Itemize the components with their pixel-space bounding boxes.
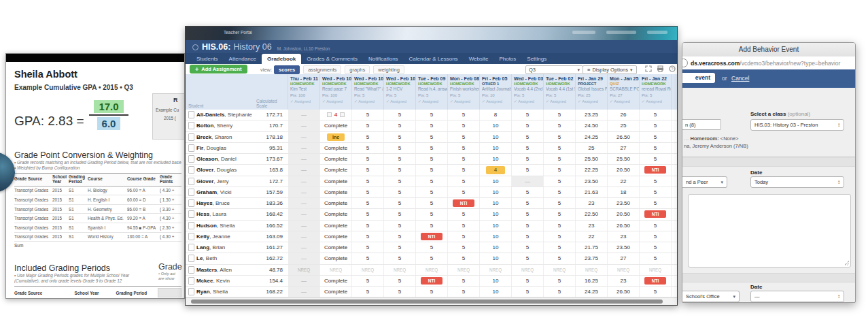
grade-cell[interactable]: 5 <box>448 154 480 164</box>
document-icon[interactable] <box>188 178 194 185</box>
grade-cell[interactable]: 20.50 <box>608 209 640 219</box>
location-select-fragment[interactable]: School's Office ▾ <box>682 291 740 302</box>
grade-cell[interactable]: — <box>288 221 320 231</box>
grade-cell[interactable]: 5 <box>416 110 448 120</box>
grade-cell[interactable]: 5 <box>384 253 416 263</box>
grade-cell[interactable]: — <box>288 132 320 142</box>
grade-cell[interactable]: 23.75 <box>576 253 608 263</box>
grade-cell[interactable]: 4 <box>480 165 512 175</box>
grade-cell[interactable]: 5 <box>640 120 672 131</box>
grade-cell[interactable]: 5 <box>512 143 544 153</box>
grade-cell[interactable]: — <box>288 110 320 120</box>
document-icon[interactable] <box>188 133 194 141</box>
grade-cell[interactable]: 5 <box>352 276 384 286</box>
grade-cell[interactable]: 5 <box>544 143 576 153</box>
grade-cell[interactable]: 5 <box>512 242 544 253</box>
grade-cell[interactable]: 10 <box>480 143 512 153</box>
grade-cell[interactable]: 18 <box>608 187 640 197</box>
grade-cell[interactable]: Inc <box>320 132 352 142</box>
tab-calendar-lessons[interactable]: Calendar & Lessons <box>404 54 464 64</box>
grade-cell[interactable]: 21.75 <box>576 242 608 253</box>
grade-cell[interactable]: 5 <box>416 143 448 153</box>
view-option-scores[interactable]: scores <box>274 65 300 74</box>
help-icon[interactable]: ? <box>669 65 676 72</box>
grade-cell[interactable]: 5 <box>352 287 384 297</box>
document-icon[interactable] <box>188 144 194 152</box>
student-name[interactable]: Masters, Allen <box>196 267 260 273</box>
grade-cell[interactable]: 5 <box>640 221 672 231</box>
print-icon[interactable] <box>657 65 664 72</box>
grade-cell[interactable]: 23.25 <box>576 110 608 120</box>
grade-cell[interactable]: 5 <box>640 143 672 153</box>
grade-cell[interactable]: — <box>288 176 320 187</box>
grade-cell[interactable]: 5 <box>544 120 576 131</box>
document-icon[interactable] <box>188 210 194 218</box>
grade-cell[interactable]: — <box>288 276 320 286</box>
view-option-weighting[interactable]: weighting <box>373 65 404 74</box>
grade-cell[interactable]: 5 <box>448 276 480 286</box>
grade-cell[interactable]: 10 <box>480 198 512 208</box>
student-name[interactable]: Hudson, Sheila <box>196 223 260 229</box>
student-name[interactable]: Hayes, Bruce <box>196 200 260 206</box>
grade-cell[interactable]: 5 <box>352 198 384 208</box>
student-name[interactable]: Kelly, Jeanne <box>196 233 260 240</box>
grade-cell[interactable]: 5 <box>416 120 448 131</box>
grade-cell[interactable]: 5 <box>544 276 576 286</box>
grade-cell[interactable]: Complete <box>320 221 352 231</box>
grade-cell[interactable]: 5 <box>640 154 672 164</box>
document-icon[interactable] <box>188 199 194 207</box>
grade-cell[interactable]: 5 <box>544 231 576 242</box>
grade-cell[interactable]: — <box>512 176 544 187</box>
assignment-column-header[interactable]: Wed - Feb 10HOMEWORKRead "What?" & ansPt… <box>352 74 384 110</box>
tab-photos[interactable]: Photos <box>493 54 521 64</box>
student-name[interactable]: Ryan, Sheila <box>196 289 260 295</box>
assignment-column-header[interactable]: Wed - Feb 10HOMEWORK1-2 HCVPts: 5✓ Assig… <box>384 74 416 110</box>
grade-cell[interactable]: 5 <box>448 176 480 187</box>
grade-cell[interactable]: 5 <box>416 198 448 208</box>
grade-cell[interactable]: NTI <box>640 165 672 175</box>
assignment-column-header[interactable]: Tue - Feb 09HOMEWORKRead h.4, answer ?Pt… <box>416 74 448 110</box>
save-event-button[interactable]: event <box>682 73 715 83</box>
grade-cell[interactable]: 23 <box>608 231 640 242</box>
tab-notifications[interactable]: Notifications <box>363 54 404 64</box>
grade-cell[interactable]: NTI <box>640 276 672 286</box>
grade-cell[interactable]: 5 <box>544 132 576 142</box>
grade-cell[interactable]: 5 <box>352 165 384 175</box>
grade-cell[interactable]: — <box>288 187 320 197</box>
grade-cell[interactable]: Complete <box>320 242 352 253</box>
grade-cell[interactable]: 5 <box>640 198 672 208</box>
note-icon[interactable] <box>340 112 345 117</box>
class-select[interactable]: HIS.03: History 03 - Preston ↕ <box>750 119 844 131</box>
grade-cell[interactable]: 4 <box>320 110 352 120</box>
grade-cell[interactable]: 5 <box>384 154 416 164</box>
tab-settings[interactable]: Settings <box>521 54 552 64</box>
grade-cell[interactable]: 5 <box>544 154 576 164</box>
grade-cell[interactable]: 5 <box>544 110 576 120</box>
grade-cell[interactable]: 10 <box>480 154 512 164</box>
student-name[interactable]: Breck, Sharon <box>196 134 260 140</box>
grade-cell[interactable]: 5 <box>352 120 384 131</box>
assignment-column-header[interactable]: Wed - Feb 03HOMEWORKVocab 4.4 (2nd 7 wPt… <box>512 74 544 110</box>
grade-cell[interactable]: NREQ <box>416 265 448 275</box>
assignment-column-header[interactable]: Mon - Feb 08HOMEWORKFinish worksheetsPts… <box>448 74 480 110</box>
grade-cell[interactable]: 23.50 <box>608 198 640 208</box>
grade-cell[interactable]: Complete <box>320 231 352 242</box>
grade-cell[interactable]: 24.25 <box>576 132 608 142</box>
grade-cell[interactable]: 5 <box>512 253 544 263</box>
document-icon[interactable] <box>188 233 194 240</box>
resize-handle-icon[interactable] <box>844 261 849 265</box>
grade-cell[interactable]: NTI <box>640 209 672 219</box>
grade-cell[interactable]: 5 <box>416 242 448 253</box>
grade-cell[interactable]: 5 <box>448 165 480 175</box>
grade-cell[interactable]: 5 <box>352 110 384 120</box>
student-name[interactable]: Fir, Douglas <box>196 145 260 151</box>
grade-cell[interactable]: 5 <box>448 221 480 231</box>
grade-cell[interactable]: 5 <box>448 231 480 242</box>
grade-cell[interactable]: 5 <box>384 242 416 253</box>
assignment-column-header[interactable]: Thu - Feb 11HOMEWORKKim TestPts: 100✓ As… <box>288 74 320 110</box>
grade-cell[interactable]: Complete <box>320 176 352 187</box>
grade-cell[interactable]: 5 <box>512 120 544 131</box>
grade-cell[interactable]: 5 <box>640 110 672 120</box>
grade-cell[interactable]: 5 <box>416 221 448 231</box>
document-icon[interactable] <box>188 222 194 229</box>
